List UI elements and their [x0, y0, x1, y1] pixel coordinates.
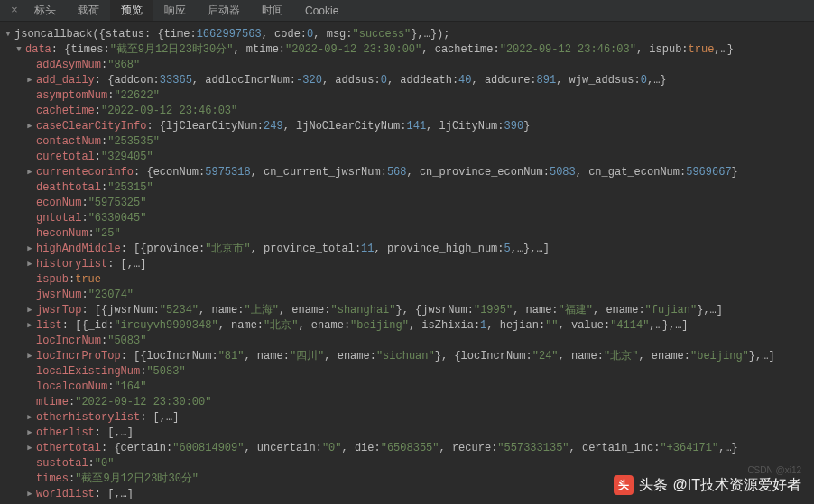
node-locIncrNum[interactable]: locIncrNum: "5083"	[4, 334, 810, 349]
node-jwsrNum[interactable]: jwsrNum: "23074"	[4, 288, 810, 303]
node-highAndMiddle[interactable]: ▶highAndMiddle: [{province: "北京市", provi…	[4, 242, 810, 257]
node-gntotal[interactable]: gntotal: "6330045"	[4, 211, 810, 226]
close-icon[interactable]: ×	[5, 0, 23, 21]
csdn-watermark: CSDN @xi12	[747, 465, 801, 475]
node-historylist[interactable]: ▶historylist: [,…]	[4, 257, 810, 272]
devtools-tabs: × 标头 载荷 预览 响应 启动器 时间 Cookie	[0, 0, 814, 22]
tab-headers[interactable]: 标头	[23, 0, 67, 21]
node-heconNum[interactable]: heconNum: "25"	[4, 226, 810, 242]
node-deathtotal[interactable]: deathtotal: "25315"	[4, 180, 810, 196]
node-otherhistorylist[interactable]: ▶otherhistorylist: [,…]	[4, 410, 810, 426]
node-localExistingNum[interactable]: localExistingNum: "5083"	[4, 364, 810, 380]
node-econNum[interactable]: econNum: "5975325"	[4, 196, 810, 211]
node-locIncrProTop[interactable]: ▶locIncrProTop: [{locIncrNum: "81", name…	[4, 349, 810, 364]
node-list[interactable]: ▶list: [{_id: "ircuyvh9909348", name: "北…	[4, 318, 810, 334]
json-preview-tree[interactable]: ▼jsoncallback({status: {time: 1662997563…	[0, 22, 814, 504]
node-add_daily[interactable]: ▶add_daily: {addcon: 33365, addlocIncrNu…	[4, 73, 810, 88]
watermark-handle: @IT技术资源爱好者	[673, 476, 801, 495]
node-othertotal[interactable]: ▶othertotal: {certain: "600814909", unce…	[4, 441, 810, 456]
tab-response[interactable]: 响应	[153, 0, 197, 21]
node-currenteconinfo[interactable]: ▶currenteconinfo: {econNum: 5975318, cn_…	[4, 165, 810, 180]
watermark-brand: 头条	[639, 476, 668, 495]
node-sustotal[interactable]: sustotal: "0"	[4, 456, 810, 472]
node-data[interactable]: ▼data: {times: "截至9月12日23时30分", mtime: "…	[4, 42, 810, 58]
node-caseClearCityInfo[interactable]: ▶caseClearCityInfo: {ljClearCityNum: 249…	[4, 119, 810, 134]
node-jwsrTop[interactable]: ▶jwsrTop: [{jwsrNum: "5234", name: "上海",…	[4, 303, 810, 318]
tab-preview[interactable]: 预览	[110, 0, 153, 21]
tab-payload[interactable]: 载荷	[67, 0, 110, 21]
toutiao-watermark: 头 头条 @IT技术资源爱好者	[614, 475, 801, 495]
node-localconNum[interactable]: localconNum: "164"	[4, 380, 810, 395]
node-curetotal[interactable]: curetotal: "329405"	[4, 150, 810, 165]
tab-timing[interactable]: 时间	[251, 0, 294, 21]
node-otherlist[interactable]: ▶otherlist: [,…]	[4, 426, 810, 441]
node-addAsymNum[interactable]: addAsymNum: "868"	[4, 58, 810, 73]
node-cachetime[interactable]: cachetime: "2022-09-12 23:46:03"	[4, 104, 810, 119]
tab-initiator[interactable]: 启动器	[197, 0, 251, 21]
tab-cookies[interactable]: Cookie	[294, 0, 349, 21]
root-callback[interactable]: ▼jsoncallback({status: {time: 1662997563…	[4, 27, 810, 42]
node-asymptomNum[interactable]: asymptomNum: "22622"	[4, 88, 810, 104]
node-contactNum[interactable]: contactNum: "253535"	[4, 134, 810, 150]
node-ispub[interactable]: ispub: true	[4, 272, 810, 288]
node-mtime[interactable]: mtime: "2022-09-12 23:30:00"	[4, 395, 810, 410]
toutiao-logo-icon: 头	[614, 475, 634, 495]
